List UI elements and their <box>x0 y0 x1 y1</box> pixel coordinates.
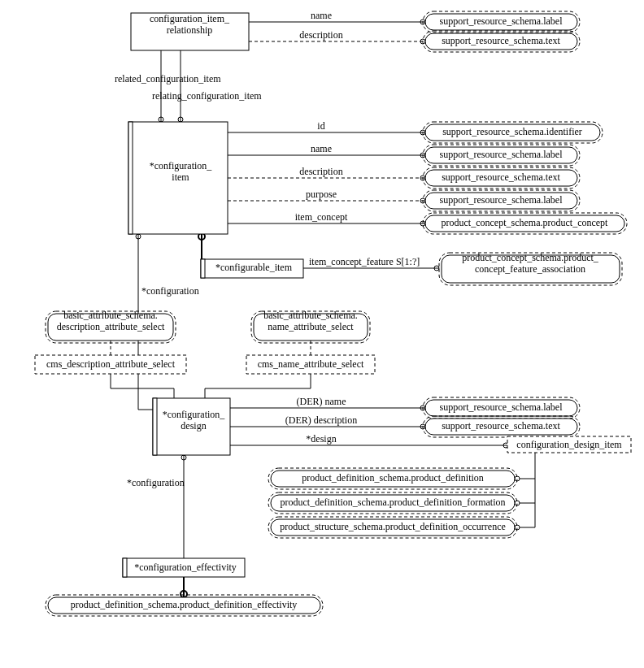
attr-ci-id: id <box>317 120 324 132</box>
ref-srs-text-1: support_resource_schema.text <box>423 31 580 52</box>
ref-pcs-product-concept: product_concept_schema.product_concept <box>423 213 627 234</box>
svg-text:support_resource_schema.text: support_resource_schema.text <box>442 171 560 183</box>
type-bas-name-select: basic_attribute_schema.name_attribute_se… <box>251 310 370 343</box>
ref-pds-product-definition-formation: product_definition_schema.product_defini… <box>268 492 517 514</box>
ref-pcs-feature-assoc: product_concept_schema.product_concept_f… <box>439 252 622 285</box>
svg-text:product_concept_schema.product: product_concept_schema.product_concept_f… <box>462 252 599 275</box>
svg-text:support_resource_schema.label: support_resource_schema.label <box>440 401 564 413</box>
svg-rect-58 <box>128 122 133 234</box>
attr-cd-configuration: *configuration <box>141 285 199 297</box>
ref-pds-product-definition-effectivity: product_definition_schema.product_defini… <box>46 595 323 616</box>
attr-cir-name: name <box>311 10 332 21</box>
svg-text:basic_attribute_schema.name_at: basic_attribute_schema.name_attribute_se… <box>263 310 358 332</box>
entity-ce-label: *configuration_effectivity <box>134 562 237 573</box>
ref-srs-identifier: support_resource_schema.identifier <box>423 122 603 143</box>
ref-pss-product-definition-occurrence: product_structure_schema.product_definit… <box>268 517 517 538</box>
attr-cfi-feature: item_concept_feature S[1:?] <box>309 256 420 267</box>
svg-text:support_resource_schema.label: support_resource_schema.label <box>440 15 564 27</box>
attr-ci-item-concept: item_concept <box>295 211 348 223</box>
svg-text:support_resource_schema.label: support_resource_schema.label <box>440 149 564 160</box>
svg-text:product_definition_schema.prod: product_definition_schema.product_defini… <box>302 472 484 484</box>
attr-ci-name: name <box>311 143 332 154</box>
attr-ci-purpose: purpose <box>306 189 337 200</box>
ref-srs-text-3: support_resource_schema.text <box>423 416 580 437</box>
entity-cfi-label: *configurable_item <box>215 262 293 273</box>
ref-pds-product-definition: product_definition_schema.product_defini… <box>268 468 517 489</box>
attr-ce-configuration: *configuration <box>127 477 185 488</box>
svg-rect-74 <box>201 259 205 278</box>
attr-cd-description: (DER) description <box>285 414 357 426</box>
attr-related-ci: related_configuration_item <box>115 73 221 85</box>
ref-srs-label-2: support_resource_schema.label <box>423 145 580 166</box>
svg-text:cms_name_attribute_select: cms_name_attribute_select <box>258 358 364 370</box>
svg-text:cms_description_attribute_sele: cms_description_attribute_select <box>46 358 176 370</box>
svg-text:support_resource_schema.text: support_resource_schema.text <box>442 420 560 432</box>
ref-srs-text-2: support_resource_schema.text <box>423 167 580 189</box>
attr-cir-description: description <box>299 29 342 41</box>
attr-relating-ci: relating_configuration_item <box>152 90 262 102</box>
svg-rect-103 <box>123 558 127 577</box>
svg-text:support_resource_schema.label: support_resource_schema.label <box>440 194 564 206</box>
ref-srs-label-3: support_resource_schema.label <box>423 190 580 211</box>
attr-ci-desc: description <box>299 166 342 177</box>
svg-text:configuration_design_item: configuration_design_item <box>516 439 622 450</box>
ref-srs-label-1: support_resource_schema.label <box>423 11 580 33</box>
svg-text:basic_attribute_schema.descrip: basic_attribute_schema.description_attri… <box>57 310 165 332</box>
svg-text:support_resource_schema.text: support_resource_schema.text <box>442 35 560 46</box>
svg-rect-86 <box>153 398 157 455</box>
svg-text:product_definition_schema.prod: product_definition_schema.product_defini… <box>281 497 506 508</box>
svg-text:support_resource_schema.identi: support_resource_schema.identifier <box>442 126 582 137</box>
svg-text:product_structure_schema.produ: product_structure_schema.product_definit… <box>280 521 506 532</box>
svg-text:product_definition_schema.prod: product_definition_schema.product_defini… <box>71 599 298 610</box>
svg-text:product_concept_schema.product: product_concept_schema.product_concept <box>442 217 609 228</box>
attr-cd-name: (DER) name <box>297 396 346 407</box>
type-bas-description-select: basic_attribute_schema.description_attri… <box>46 310 176 343</box>
ref-srs-label-4: support_resource_schema.label <box>423 397 580 419</box>
expressg-diagram: name description related_configuration_i… <box>0 0 644 668</box>
attr-cd-design: *design <box>306 433 336 445</box>
